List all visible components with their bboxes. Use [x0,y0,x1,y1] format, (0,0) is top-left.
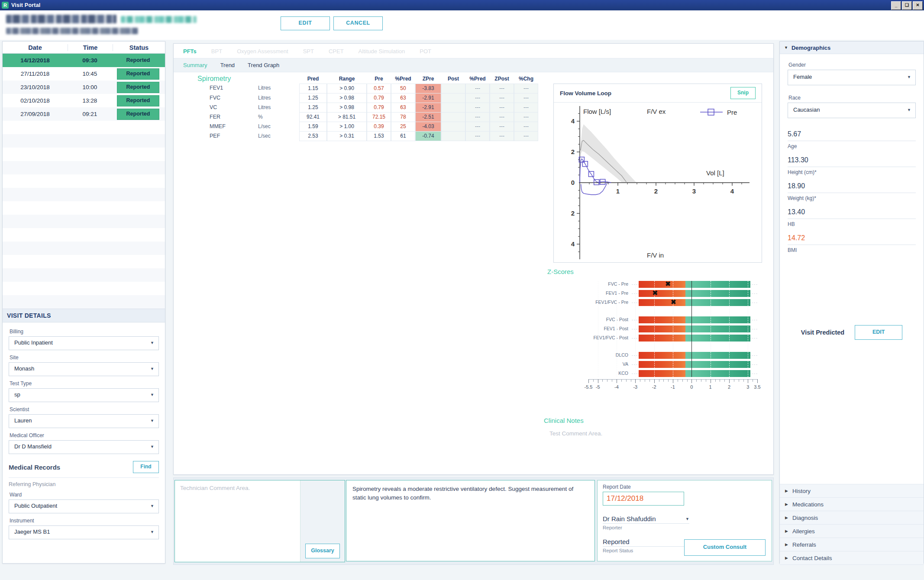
test-type-select[interactable]: sp▼ [9,388,159,402]
site-value: Monash [14,365,34,372]
sidebar-item-diagnosis[interactable]: ▶Diagnosis [780,511,924,524]
gender-label: Gender [788,62,916,68]
patient-details-redacted [6,28,138,34]
snip-button[interactable]: Snip [730,87,756,99]
chevron-down-icon: ▼ [150,415,154,427]
spirometry-cell: L/sec [258,122,299,132]
empty-row [3,255,165,268]
status-badge: Reported [117,82,159,93]
visit-table: Date Time Status 14/12/2018 09:30 Report… [3,42,165,309]
site-select[interactable]: Monash▼ [9,362,159,376]
clinical-notes-input[interactable]: Test Comment Area. [549,430,602,437]
scientist-select[interactable]: Lauren▼ [9,414,159,428]
chevron-down-icon: ▼ [784,45,788,50]
tab-trend-graph[interactable]: Trend Graph [248,62,279,68]
spirometry-cell: --- [514,103,538,113]
z-score-bar [639,361,750,368]
report-status-select[interactable]: Reported ▼ [603,536,689,547]
col-pctchg: %Chg [514,74,538,84]
sidebar-item-medications[interactable]: ▶Medications [780,497,924,511]
race-label: Race [788,95,916,101]
spirometry-cell: --- [514,84,538,93]
instrument-select[interactable]: Jaeger MS B1▼ [9,525,159,539]
billing-select[interactable]: Public Inpatient▼ [9,336,159,350]
gender-value: Female [793,74,812,80]
svg-text:F/V ex: F/V ex [647,108,666,115]
spirometry-cell: 1.15 [299,84,327,93]
spirometry-table: Spirometry Pred Range Pre %Pred ZPre Pos… [197,74,538,141]
table-row[interactable]: 23/10/2018 10:00 Reported [3,81,165,94]
spirometry-cell: -2.91 [415,93,441,103]
demographics-header-label: Demographics [792,45,830,51]
accordion-label: Diagnosis [792,515,818,521]
demographics-fields: Gender Female▼ Race Caucasian▼ 5.67 Age … [780,54,924,253]
hb-stat: 13.40 HB [788,208,916,227]
demographics-header[interactable]: ▼ Demographics [780,42,924,54]
race-select[interactable]: Caucasian▼ [788,103,916,118]
table-row[interactable]: 27/11/2018 10:45 Reported [3,67,165,81]
sidebar-item-history[interactable]: ▶History [780,484,924,497]
visit-predicted-edit-button[interactable]: EDIT [855,325,902,340]
svg-text:3: 3 [692,187,696,195]
tab-trend[interactable]: Trend [220,62,235,68]
sidebar-item-contact-details[interactable]: ▶Contact Details [780,551,924,565]
reporter-value: Dr Rain Shafuddin [603,515,656,522]
gender-select[interactable]: Female▼ [788,70,916,85]
glossary-button[interactable]: Glossary [305,544,340,558]
maximize-icon[interactable]: ❏ [902,1,912,10]
empty-row [3,161,165,174]
report-comment-input[interactable]: Spirometry reveals a moderate restrictiv… [346,480,595,561]
technician-comment-input[interactable]: Technician Comment Area. [175,480,300,562]
table-row[interactable]: 27/09/2018 09:21 Reported [3,107,165,121]
svg-text:4: 4 [571,240,575,248]
age-label: Age [788,143,916,149]
col-zpre: ZPre [415,74,441,84]
svg-text:F/V in: F/V in [647,251,664,259]
spirometry-cell: 0.57 [367,84,391,93]
window-title: Visit Portal [11,2,40,8]
table-row[interactable]: 14/12/2018 09:30 Reported [3,54,165,67]
empty-visit-rows [3,121,165,309]
spirometry-cell: 1.59 [299,122,327,132]
ward-select[interactable]: Public Outpatient▼ [9,499,159,513]
z-score-category-label: FVC - Post [588,317,628,322]
tab-summary[interactable]: Summary [183,62,207,68]
z-score-row: FEV1 - Pre✖ [588,290,762,297]
chevron-down-icon: ▼ [150,363,154,375]
close-icon[interactable]: ✕ [913,1,923,10]
column-header-date: Date [3,44,68,51]
z-score-bar [639,335,750,342]
z-axis-tick-label: 0 [690,384,693,390]
spirometry-cell [441,122,465,132]
empty-row [3,121,165,134]
custom-consult-button[interactable]: Custom Consult [684,539,766,556]
report-fields-panel: Report Date 17/12/2018 Dr Rain Shafuddin… [597,480,772,561]
medical-officer-select[interactable]: Dr D Mansfield▼ [9,440,159,454]
chevron-right-icon: ▶ [785,529,788,533]
report-date-input[interactable]: 17/12/2018 [603,492,684,506]
tab-pfts[interactable]: PFTs [183,48,197,55]
spirometry-cell: > 0.98 [327,103,367,113]
spirometry-cell: 1.25 [299,103,327,113]
status-badge: Reported [117,55,159,66]
reporter-select[interactable]: Dr Rain Shafuddin ▼ [603,513,689,524]
bmi-value: 14.72 [788,234,916,245]
col-pctpred2: %Pred [465,74,490,84]
cancel-button[interactable]: CANCEL [333,16,383,30]
edit-button[interactable]: EDIT [281,16,330,30]
minimize-icon[interactable]: _ [891,1,901,10]
z-axis-tick-label: 1 [709,384,712,390]
sidebar-item-allergies[interactable]: ▶Allergies [780,524,924,538]
find-button[interactable]: Find [133,461,159,473]
empty-row [3,282,165,295]
spirometry-cell: --- [465,113,490,122]
table-row[interactable]: 02/10/2018 13:28 Reported [3,94,165,107]
z-score-bar [639,316,750,323]
chevron-right-icon: ▶ [785,556,788,560]
reporter-label: Reporter [603,525,766,530]
z-score-row: FEV1 - Post [588,325,762,332]
visit-time: 10:45 [68,71,112,77]
z-axis-tick-label: -5.5 [585,384,593,390]
sidebar-item-referrals[interactable]: ▶Referrals [780,538,924,551]
chevron-down-icon: ▼ [907,70,911,84]
